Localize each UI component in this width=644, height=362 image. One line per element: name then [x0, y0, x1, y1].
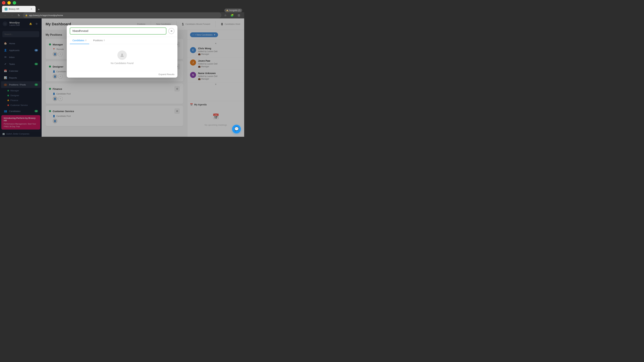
- window-minimize-button[interactable]: −: [8, 1, 11, 4]
- chat-widget-button[interactable]: 💬: [232, 125, 241, 133]
- search-modal-header: ✕: [67, 25, 178, 37]
- no-results-person-icon: [118, 50, 127, 60]
- address-bar[interactable]: 🔒 app.breezy.hr/app/c/moodjoy/home: [23, 12, 221, 18]
- window-controls: ✕ − +: [2, 1, 16, 4]
- positions-tab-label: Positions: [93, 39, 103, 42]
- forward-button[interactable]: →: [10, 12, 15, 18]
- split-screen-button[interactable]: ⊡: [236, 12, 242, 18]
- expand-results-label: Expand Results: [158, 73, 174, 76]
- lock-icon: 🔒: [25, 14, 28, 16]
- chat-icon: 💬: [234, 127, 239, 131]
- candidates-tab-label: Candidates: [72, 39, 84, 42]
- svg-point-0: [121, 54, 123, 55]
- window-maximize-button[interactable]: +: [13, 1, 16, 4]
- search-clear-button[interactable]: ✕: [168, 28, 174, 34]
- bookmark-button[interactable]: ☆: [223, 12, 228, 18]
- browser-toolbar: ← → ↻ 🔒 app.breezy.hr/app/c/moodjoy/home…: [0, 12, 244, 18]
- search-modal-footer: Expand Results: [67, 71, 178, 78]
- browser-titlebar: ✕ − +: [0, 0, 244, 6]
- candidates-tab-count: 0: [85, 39, 86, 41]
- new-tab-button[interactable]: +: [36, 7, 41, 12]
- expand-results-button[interactable]: Expand Results: [158, 73, 174, 76]
- url-text: app.breezy.hr/app/c/moodjoy/home: [29, 14, 63, 16]
- modal-overlay[interactable]: ✕ Candidates 0 Positions 0 No Candidates: [0, 18, 244, 137]
- search-results-area: No Candidates Found: [67, 44, 178, 71]
- search-tab-candidates[interactable]: Candidates 0: [70, 37, 89, 44]
- back-button[interactable]: ←: [3, 12, 8, 18]
- search-tabs: Candidates 0 Positions 0: [67, 37, 178, 44]
- window-close-button[interactable]: ✕: [2, 1, 5, 4]
- tab-favicon: B: [5, 8, 8, 10]
- tab-close-button[interactable]: ✕: [30, 7, 33, 10]
- no-results-text: No Candidates Found: [111, 62, 134, 64]
- browser-tab-active[interactable]: B Breezy HR ✕: [2, 6, 36, 12]
- reload-button[interactable]: ↻: [16, 12, 22, 18]
- browser-toolbar-right: 🕵 Incognito (2): [224, 8, 242, 12]
- incognito-label: Incognito (2): [229, 9, 240, 11]
- tab-label: Breezy HR: [9, 8, 19, 10]
- incognito-badge[interactable]: 🕵 Incognito (2): [224, 8, 242, 12]
- clear-icon: ✕: [170, 29, 172, 33]
- search-modal-input[interactable]: [70, 27, 166, 34]
- positions-tab-count: 0: [104, 39, 105, 41]
- search-modal: ✕ Candidates 0 Positions 0 No Candidates: [67, 25, 178, 78]
- browser-chrome: ✕ − + B Breezy HR ✕ + 🕵 Incognito (2) ← …: [0, 0, 244, 18]
- extension-button[interactable]: 🧩: [230, 12, 235, 18]
- tabs-bar: B Breezy HR ✕ + 🕵 Incognito (2): [0, 6, 244, 12]
- search-tab-positions[interactable]: Positions 0: [90, 37, 108, 44]
